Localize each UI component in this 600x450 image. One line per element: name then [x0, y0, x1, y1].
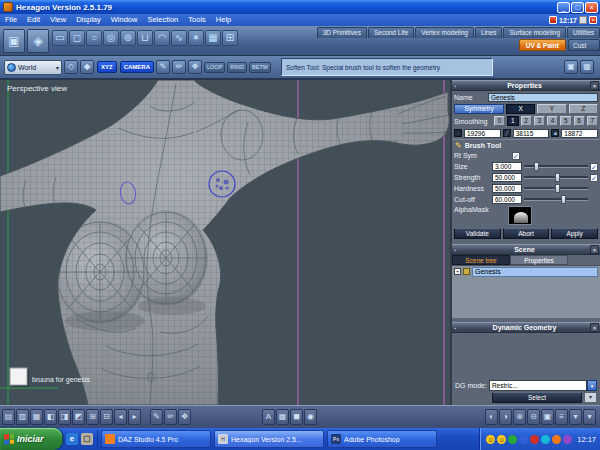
select-button[interactable]: Select	[492, 392, 582, 403]
strength-input[interactable]: 50.000	[492, 173, 522, 182]
dynamic-geometry-header[interactable]: ▪ Dynamic Geometry ×	[452, 322, 600, 333]
tray-icon[interactable]	[530, 435, 539, 444]
tab-uv-paint[interactable]: UV & Paint	[519, 39, 566, 51]
hardness-slider[interactable]	[524, 184, 588, 193]
expand-icon[interactable]: +	[454, 268, 461, 275]
primitive-cube-icon[interactable]: ◻	[69, 30, 85, 46]
pencil-icon[interactable]: ✏	[172, 60, 186, 74]
start-button[interactable]: Iniciar	[0, 428, 62, 450]
menu-tools[interactable]: Tools	[183, 14, 211, 26]
cutoff-slider[interactable]	[524, 195, 588, 204]
select-mode-icon[interactable]: ◇	[64, 60, 78, 74]
tool-button[interactable]: ▣	[3, 29, 25, 53]
view-option-icon[interactable]: ⊖	[527, 409, 540, 425]
select-mode-icon[interactable]: ◆	[80, 60, 94, 74]
menu-display[interactable]: Display	[71, 14, 106, 26]
selection-mode-icon[interactable]: ◼	[290, 409, 303, 425]
display-mode-icon[interactable]: ▦	[30, 409, 43, 425]
strength-slider[interactable]	[524, 173, 588, 182]
menu-window[interactable]: Window	[106, 14, 143, 26]
smoothing-level-4[interactable]: 4	[547, 116, 558, 126]
smoothing-level-7[interactable]: 7	[587, 116, 598, 126]
validate-button[interactable]: Validate	[454, 228, 501, 239]
display-mode-icon[interactable]: ◧	[44, 409, 57, 425]
primitive-grid-icon[interactable]: ▦	[205, 30, 221, 46]
symmetry-axis-y[interactable]: Y	[537, 104, 566, 114]
tab-cust[interactable]: Cust	[568, 39, 600, 51]
display-mode-icon[interactable]: ▸	[128, 409, 141, 425]
alphamask-swatch[interactable]	[508, 206, 532, 225]
menu-edit[interactable]: Edit	[22, 14, 45, 26]
selection-mode-icon[interactable]: A	[262, 409, 275, 425]
primitive-torus-icon[interactable]: ⊚	[120, 30, 136, 46]
browser-icon[interactable]: e	[66, 433, 78, 445]
primitive-curve-icon[interactable]: ∿	[171, 30, 187, 46]
scene-tree[interactable]: + Genesis	[452, 265, 600, 318]
selection-mode-icon[interactable]: ◉	[304, 409, 317, 425]
abort-button[interactable]: Abort	[503, 228, 550, 239]
eraser-icon[interactable]: ❖	[188, 60, 202, 74]
size-input[interactable]: 3.000	[492, 162, 522, 171]
maximize-button[interactable]: □	[571, 2, 584, 13]
display-mode-icon[interactable]: ◩	[72, 409, 85, 425]
panel-close-icon[interactable]: ×	[590, 323, 599, 332]
tab-lines[interactable]: Lines	[475, 27, 503, 38]
display-mode-icon[interactable]: ▥	[16, 409, 29, 425]
hardness-input[interactable]: 50.000	[492, 184, 522, 193]
ring-button[interactable]: RING	[227, 62, 247, 73]
display-mode-icon[interactable]: ◨	[58, 409, 71, 425]
edit-tool-icon[interactable]: ✏	[164, 409, 177, 425]
close-button[interactable]: ×	[585, 2, 598, 13]
symmetry-button[interactable]: Symmetry	[454, 104, 504, 114]
camera-button[interactable]: CAMERA	[120, 61, 154, 73]
toolbar-right-icon[interactable]: ▦	[580, 60, 594, 74]
strength-checkbox[interactable]: ✓	[590, 174, 598, 182]
tab-scene-properties[interactable]: Properties	[510, 255, 568, 265]
tray-icon[interactable]	[519, 435, 528, 444]
view-option-icon[interactable]: ◐	[485, 409, 498, 425]
primitive-cylinder-icon[interactable]: ⊔	[137, 30, 153, 46]
panel-close-icon[interactable]: ×	[590, 81, 599, 90]
minimize-button[interactable]: _	[557, 2, 570, 13]
tray-smiley-icon[interactable]: ☺	[497, 435, 506, 444]
view-option-icon[interactable]: ▣	[541, 409, 554, 425]
tool-button[interactable]: ◈	[27, 29, 49, 53]
properties-panel-header[interactable]: ▪ Properties ×	[452, 80, 600, 91]
taskbar-item-hexagon[interactable]: H Hexagon Version 2.5...	[214, 430, 324, 448]
edit-tool-icon[interactable]: ❖	[178, 409, 191, 425]
size-checkbox[interactable]: ✓	[590, 163, 598, 171]
desktop-icon[interactable]: ▢	[81, 433, 93, 445]
scene-item-genesis[interactable]: Genesis	[472, 267, 598, 277]
tray-smiley-icon[interactable]: ☺	[486, 435, 495, 444]
widget-close-icon[interactable]: ×	[589, 16, 597, 24]
toolbar-right-icon[interactable]: ▣	[564, 60, 578, 74]
smoothing-level-3[interactable]: 3	[534, 116, 545, 126]
smoothing-level-2[interactable]: 2	[521, 116, 532, 126]
tab-utilities[interactable]: Utilities	[567, 27, 600, 38]
smoothing-level-6[interactable]: 6	[574, 116, 585, 126]
xyz-button[interactable]: XYZ	[97, 61, 117, 73]
menu-view[interactable]: View	[45, 14, 71, 26]
symmetry-axis-x[interactable]: X	[506, 104, 535, 114]
menu-file[interactable]: File	[0, 14, 22, 26]
primitive-extra-icon[interactable]: ⊞	[222, 30, 238, 46]
world-dropdown[interactable]: World ▾	[4, 60, 62, 75]
betw-button[interactable]: BETW	[249, 62, 271, 73]
rt-sym-checkbox[interactable]: ✓	[512, 152, 520, 160]
apply-button[interactable]: Apply	[551, 228, 598, 239]
primitive-dome-icon[interactable]: ◠	[154, 30, 170, 46]
brush-icon[interactable]: ✎	[156, 60, 170, 74]
color-swatch[interactable]	[10, 368, 27, 385]
view-option-icon[interactable]: ≡	[555, 409, 568, 425]
tray-icon[interactable]	[541, 435, 550, 444]
smoothing-level-0[interactable]: 0	[494, 116, 505, 126]
scene-panel-header[interactable]: ▪ Scene ×	[452, 244, 600, 255]
smoothing-level-5[interactable]: 5	[560, 116, 571, 126]
primitive-geosphere-icon[interactable]: ◎	[103, 30, 119, 46]
tab-vertex-modeling[interactable]: Vertex modeling	[415, 27, 474, 38]
view-option-icon[interactable]: ⊕	[513, 409, 526, 425]
edit-tool-icon[interactable]: ✎	[150, 409, 163, 425]
loop-button[interactable]: LOOP	[204, 62, 225, 73]
viewport[interactable]: Perspective view bruuna for genesis	[0, 80, 450, 405]
menu-selection[interactable]: Selection	[142, 14, 183, 26]
